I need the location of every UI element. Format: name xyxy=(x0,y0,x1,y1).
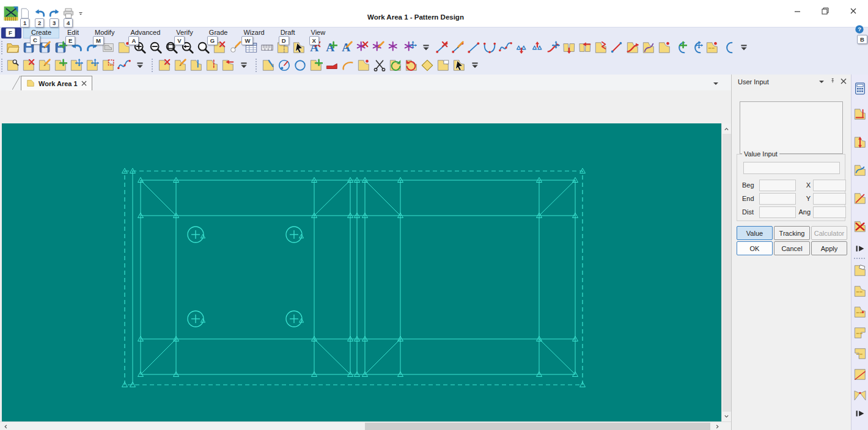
annotation-add-button[interactable]: A xyxy=(323,40,338,56)
tracking-button[interactable]: Tracking xyxy=(774,226,810,240)
new-document-button[interactable] xyxy=(19,7,31,20)
piece-v-notch-button[interactable] xyxy=(853,386,867,404)
piece-step-button[interactable] xyxy=(853,324,867,342)
diamond-piece-button[interactable] xyxy=(419,57,435,73)
menu-edit[interactable]: EditE xyxy=(59,27,87,38)
menu-advanced[interactable]: AdvancedA xyxy=(122,27,168,38)
measure-piece-button[interactable] xyxy=(853,103,867,126)
menu-modify[interactable]: ModifyM xyxy=(87,27,122,38)
user-input-header[interactable]: User Input xyxy=(732,76,851,88)
ang-field[interactable] xyxy=(813,206,846,218)
toolbar-drag-handle[interactable] xyxy=(1,41,2,54)
notch-remove-button[interactable] xyxy=(529,40,545,56)
vertical-scrollbar-thumb[interactable] xyxy=(723,134,731,412)
tab-list-dropdown-icon[interactable] xyxy=(713,80,719,87)
vertical-scrollbar[interactable] xyxy=(721,123,732,421)
zoom-out-button[interactable] xyxy=(148,40,163,56)
point-delete-button[interactable] xyxy=(21,57,36,73)
line2-delete-button[interactable] xyxy=(156,57,172,73)
redo-action-button[interactable] xyxy=(48,7,61,20)
rotate-cw-button[interactable] xyxy=(403,57,419,73)
circle-compass-button[interactable] xyxy=(276,57,292,73)
restore-button[interactable] xyxy=(815,5,835,18)
piece-split-button[interactable] xyxy=(577,40,592,56)
piece-step-alt-button[interactable] xyxy=(853,344,867,363)
line-delete-button[interactable] xyxy=(434,40,449,56)
curve-smooth-button[interactable] xyxy=(498,40,513,56)
curve-replace-button[interactable] xyxy=(545,40,561,56)
measure-clear-button[interactable] xyxy=(853,215,867,238)
piece-corner-dot-button[interactable] xyxy=(657,40,672,56)
piece-curve-red-button[interactable] xyxy=(625,40,640,56)
value-input-field[interactable] xyxy=(743,162,840,174)
select-pointer-button[interactable] xyxy=(291,40,306,56)
horizontal-scrollbar[interactable] xyxy=(0,421,731,430)
piece-knife-button[interactable] xyxy=(260,57,276,73)
line2-mirror-button[interactable] xyxy=(204,57,219,73)
piece-zigzag-button[interactable] xyxy=(593,40,608,56)
scroll-down-icon[interactable] xyxy=(722,412,730,420)
drill-holes[interactable] xyxy=(188,227,304,327)
measure-distance-button[interactable] xyxy=(853,131,867,154)
pattern-canvas[interactable] xyxy=(2,123,721,421)
help-button[interactable]: ? xyxy=(855,24,864,34)
piece-tab-button[interactable] xyxy=(435,57,451,73)
line2-perpendicular-button[interactable] xyxy=(188,57,204,73)
line2-edit-button[interactable] xyxy=(172,57,188,73)
arc-create-button[interactable] xyxy=(340,57,355,73)
cancel-button[interactable]: Cancel xyxy=(774,241,810,255)
tab-close-icon[interactable] xyxy=(81,80,87,87)
scroll-up-icon[interactable] xyxy=(722,125,730,133)
line-angled-button[interactable] xyxy=(609,40,624,56)
more-tools-button[interactable] xyxy=(132,57,147,73)
piece-dot-button[interactable] xyxy=(356,57,371,73)
piece-dashes-button[interactable] xyxy=(853,282,867,301)
print-button[interactable] xyxy=(62,7,75,20)
minimize-button[interactable] xyxy=(787,5,807,18)
measure-curve-button[interactable] xyxy=(853,159,867,182)
piece-c-curve-button[interactable] xyxy=(720,40,735,56)
line-create-button[interactable] xyxy=(466,40,481,56)
menu-wizard[interactable]: WizardW xyxy=(235,27,272,38)
curve-point-string-button[interactable] xyxy=(116,57,131,73)
toolbar-drag-handle[interactable] xyxy=(256,59,257,72)
curve-points-button[interactable] xyxy=(482,40,497,56)
measure-ruler-button[interactable] xyxy=(259,40,274,56)
undo-action-button[interactable] xyxy=(34,7,46,20)
annotation-edit-button[interactable]: A xyxy=(339,40,354,56)
toolbar-drag-handle[interactable] xyxy=(1,59,2,72)
piece-curve-move-button[interactable] xyxy=(688,40,704,56)
end-field[interactable] xyxy=(759,193,796,205)
scroll-right-icon[interactable] xyxy=(713,422,721,430)
tab-work-area-1[interactable]: Work Area 1 xyxy=(21,76,92,90)
point-edit-button[interactable] xyxy=(37,57,52,73)
menu-verify[interactable]: VerifyV xyxy=(168,27,201,38)
open-folder-button[interactable] xyxy=(5,40,20,56)
value-button[interactable]: Value xyxy=(737,226,773,240)
x-field[interactable] xyxy=(813,180,846,191)
point-pencil-button[interactable] xyxy=(227,40,243,56)
menu-create[interactable]: CreateC xyxy=(23,27,59,38)
piece-select-button[interactable] xyxy=(451,57,466,73)
close-button[interactable] xyxy=(844,5,863,18)
circle-create-button[interactable] xyxy=(292,57,307,73)
piece-fold-diagonal-button[interactable] xyxy=(853,365,867,384)
measure-line-button[interactable] xyxy=(853,187,867,210)
toolbar-drag-handle[interactable] xyxy=(152,59,153,72)
scroll-left-icon[interactable] xyxy=(1,422,10,430)
scissors-cut-button[interactable] xyxy=(372,57,387,73)
drill-create-button[interactable] xyxy=(386,40,402,56)
piece-tag-button[interactable] xyxy=(853,261,867,280)
circle-add-button[interactable] xyxy=(308,57,323,73)
line-edit-button[interactable] xyxy=(450,40,465,56)
rotate-ccw-button[interactable] xyxy=(388,57,403,73)
drill-delete-button[interactable] xyxy=(355,40,370,56)
point-move-button[interactable] xyxy=(68,57,84,73)
more-tools-button[interactable] xyxy=(736,40,751,56)
calculator-button[interactable] xyxy=(853,79,867,98)
line2-swap-button[interactable] xyxy=(220,57,235,73)
panel-close-icon[interactable] xyxy=(840,78,847,86)
pattern-outline[interactable] xyxy=(133,171,575,385)
notch-add-button[interactable] xyxy=(513,40,529,56)
piece-curve-purple-button[interactable] xyxy=(641,40,656,56)
